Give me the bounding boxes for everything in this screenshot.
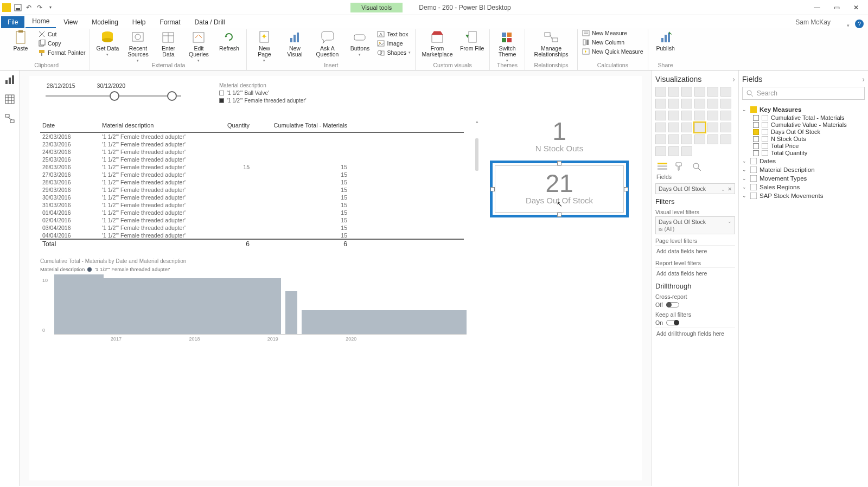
refresh-button[interactable]: Refresh (216, 29, 242, 52)
report-canvas[interactable]: 28/12/2015 30/12/2020 Material descripti… (20, 71, 652, 486)
viz-line[interactable] (655, 99, 666, 108)
col-material[interactable]: Material description (100, 119, 208, 132)
table-dates[interactable]: ⌄Dates (742, 157, 865, 165)
card-days-out-of-stock[interactable]: 21 Days Out Of Stock ↖ (490, 161, 629, 217)
tab-file[interactable]: File (1, 16, 24, 28)
fields-search[interactable]: Search (742, 87, 865, 100)
report-view-icon[interactable] (5, 75, 15, 85)
visual-filter-pill[interactable]: Days Out Of Stock⌄ is (All) (655, 216, 735, 234)
viz-donut[interactable] (694, 111, 705, 120)
viz-table[interactable] (668, 134, 679, 144)
viz-stacked-column[interactable] (668, 87, 679, 97)
table-material-desc[interactable]: ⌄Material Description (742, 165, 865, 174)
expand-icon[interactable]: ⌄ (742, 193, 748, 198)
tab-help[interactable]: Help (126, 16, 152, 28)
minimize-button[interactable]: — (810, 4, 824, 11)
table-sap-stock[interactable]: ⌄SAP Stock Movements (742, 191, 865, 200)
analytics-tab-icon[interactable] (691, 162, 703, 171)
viz-pie[interactable] (681, 111, 692, 120)
recent-sources-button[interactable]: Recent Sources▾ (125, 29, 151, 62)
scroll-up-icon[interactable]: ▴ (476, 119, 478, 124)
date-slicer[interactable]: 28/12/2015 30/12/2020 (40, 82, 181, 97)
publish-button[interactable]: Publish (653, 29, 679, 52)
collapse-icon[interactable]: ⌄ (742, 107, 748, 112)
switch-theme-button[interactable]: Switch Theme▾ (494, 29, 520, 62)
area-chart[interactable]: Cumulative Total - Materials by Date and… (40, 258, 631, 334)
redo-icon[interactable]: ↷ (36, 4, 43, 11)
get-data-button[interactable]: Get Data▾ (94, 29, 120, 56)
viz-slicer[interactable] (655, 134, 666, 144)
field-total-quantity[interactable]: Total Quantity (742, 150, 865, 156)
viz-clustered-bar[interactable] (681, 87, 692, 97)
expand-icon[interactable]: ⌄ (742, 176, 748, 181)
scroll-thumb[interactable] (475, 138, 478, 171)
viz-multirow-card[interactable] (707, 123, 718, 132)
new-visual-button[interactable]: New Visual (282, 29, 308, 57)
new-measure-button[interactable]: New Measure (582, 29, 643, 37)
viz-decomp[interactable] (655, 146, 666, 156)
viz-stacked-area[interactable] (681, 99, 692, 108)
table-row[interactable]: 02/04/2016'1 1/2"' Female threaded adupt… (40, 216, 464, 224)
table-sales-regions[interactable]: ⌄Sales Regions (742, 183, 865, 191)
from-file-button[interactable]: From File (459, 29, 485, 52)
viz-scatter[interactable] (668, 111, 679, 120)
table-row[interactable]: 25/03/2016'1 1/2"' Female threaded adupt… (40, 156, 464, 163)
expand-icon[interactable]: ⌄ (742, 184, 748, 190)
copy-button[interactable]: Copy (38, 40, 85, 47)
cut-button[interactable]: Cut (38, 30, 85, 38)
undo-icon[interactable]: ↶ (25, 4, 33, 11)
table-row[interactable]: 28/03/2016'1 1/2"' Female threaded adupt… (40, 178, 464, 186)
field-cum-value[interactable]: Cumulative Value - Materials (742, 121, 865, 128)
table-row[interactable]: 24/03/2016'1 1/2"' Female threaded adupt… (40, 148, 464, 156)
viz-100-bar[interactable] (707, 87, 718, 97)
viz-area[interactable] (668, 99, 679, 108)
collapse-fields-icon[interactable]: › (862, 75, 865, 84)
col-quantity[interactable]: Quantity (208, 119, 252, 132)
slicer-handle-right[interactable] (167, 91, 177, 101)
user-chevron-icon[interactable]: ▾ (847, 23, 854, 28)
field-total-price[interactable]: Total Price (742, 143, 865, 149)
fields-tab-icon[interactable] (656, 162, 668, 171)
shapes-button[interactable]: Shapes ▾ (377, 49, 411, 56)
new-column-button[interactable]: New Column (582, 39, 643, 46)
tab-view[interactable]: View (57, 16, 84, 28)
viz-filled-map[interactable] (655, 123, 666, 132)
resize-handle-bottom[interactable] (557, 213, 561, 217)
format-tab-icon[interactable] (674, 162, 686, 171)
viz-r[interactable] (694, 134, 705, 144)
signed-in-user[interactable]: Sam McKay (789, 16, 846, 28)
viz-line-clustered[interactable] (707, 99, 718, 108)
tab-home[interactable]: Home (25, 15, 56, 28)
data-view-icon[interactable] (5, 94, 15, 104)
table-row[interactable]: 01/04/2016'1 1/2"' Female threaded adupt… (40, 209, 464, 216)
maximize-button[interactable]: ▭ (830, 4, 843, 11)
model-view-icon[interactable] (5, 114, 15, 124)
field-cum-total[interactable]: Cumulative Total - Materials (742, 114, 865, 121)
viz-qna[interactable] (668, 146, 679, 156)
table-row[interactable]: 22/03/2016'1 1/2"' Female threaded adupt… (40, 133, 464, 140)
table-row[interactable]: 29/03/2016'1 1/2"' Female threaded adupt… (40, 186, 464, 194)
viz-treemap[interactable] (707, 111, 718, 120)
viz-key-influencers[interactable] (720, 134, 731, 144)
col-cumulative[interactable]: Cumulative Total - Materials (252, 119, 349, 132)
viz-gauge[interactable] (681, 123, 692, 132)
new-quick-measure-button[interactable]: New Quick Measure (582, 48, 643, 55)
paste-button[interactable]: Paste (8, 29, 34, 52)
card-n-stock-outs[interactable]: 1 N Stock Outs (490, 119, 629, 153)
table-row[interactable]: 04/04/2016'1 1/2"' Female threaded adupt… (40, 232, 464, 239)
table-row[interactable]: 31/03/2016'1 1/2"' Female threaded adupt… (40, 201, 464, 209)
page-filters-dropzone[interactable]: Add data fields here (655, 245, 735, 257)
close-button[interactable]: ✕ (850, 4, 863, 11)
table-row[interactable]: 23/03/2016'1 1/2"' Female threaded adupt… (40, 140, 464, 148)
viz-stacked-bar[interactable] (655, 87, 666, 97)
pill-chevron-icon[interactable]: ⌄ (721, 187, 725, 192)
slicer-handle-left[interactable] (110, 91, 119, 101)
buttons-button[interactable]: Buttons▾ (347, 29, 373, 56)
qat-dropdown-icon[interactable]: ▾ (47, 4, 54, 11)
collapse-viz-icon[interactable]: › (732, 75, 735, 84)
format-painter-button[interactable]: Format Painter (38, 49, 85, 56)
tab-data-drill[interactable]: Data / Drill (188, 16, 232, 28)
table-scrollbar[interactable]: ▴ (474, 119, 480, 237)
pill-remove-icon[interactable]: ✕ (727, 186, 732, 192)
data-table[interactable]: Date Material description Quantity Cumul… (40, 119, 464, 248)
